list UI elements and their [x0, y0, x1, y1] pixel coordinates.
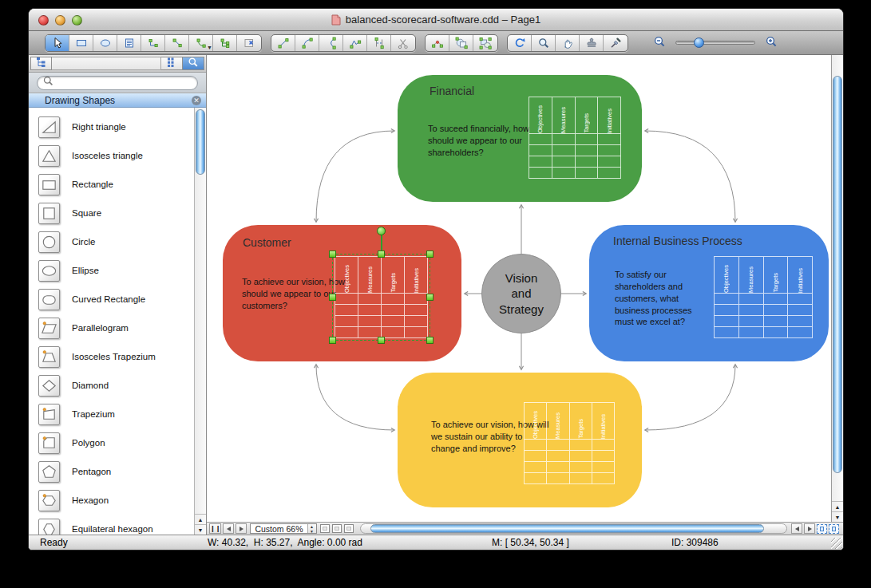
- zoom-level-field[interactable]: Custom 66% ▲▼: [250, 523, 316, 534]
- shape-item-isosceles-triangle[interactable]: Isosceles triangle: [38, 141, 206, 170]
- zoom-stepper[interactable]: ▲▼: [307, 524, 316, 533]
- pan-icon[interactable]: [556, 35, 580, 51]
- resize-handle[interactable]: [426, 294, 434, 301]
- fit-page-icon[interactable]: [817, 524, 827, 534]
- shape-item-equilateral-hexagon[interactable]: Equilateral hexagon: [38, 515, 206, 535]
- shape-item-polygon[interactable]: Polygon: [38, 428, 206, 457]
- scroll-down-icon[interactable]: ▼: [195, 524, 206, 535]
- circle-text-line: Vision: [499, 270, 544, 286]
- arc-icon[interactable]: [295, 35, 319, 51]
- shape-item-ellipse[interactable]: Ellipse: [38, 256, 206, 285]
- zoom-in-button[interactable]: [762, 34, 781, 52]
- page-layout-button-3[interactable]: [344, 524, 354, 533]
- eyedropper-icon[interactable]: [604, 35, 628, 51]
- scroll-up-icon[interactable]: ▲: [832, 501, 843, 511]
- shape-item-pentagon[interactable]: Pentagon: [38, 457, 206, 486]
- scroll-right-button[interactable]: [804, 523, 815, 534]
- rotate-icon[interactable]: [508, 35, 532, 51]
- sidebar-scrollbar-thumb[interactable]: [196, 109, 205, 175]
- sidebar-toolbar-spacer: [52, 57, 161, 70]
- shape-item-square[interactable]: Square: [38, 199, 206, 227]
- title-bar[interactable]: balanced-scorecard-software.cdd – Page1: [29, 9, 843, 31]
- resize-handle[interactable]: [426, 251, 434, 258]
- resize-grip[interactable]: [831, 538, 842, 549]
- drawing-canvas[interactable]: Financial To suceed financially, how sho…: [207, 55, 831, 522]
- grid-view-button[interactable]: [161, 57, 183, 70]
- reshape-icon[interactable]: [426, 35, 449, 51]
- group-icon[interactable]: [473, 35, 497, 51]
- rotation-handle[interactable]: [377, 227, 386, 235]
- connector-elbow-icon[interactable]: [141, 35, 165, 51]
- scroll-down-icon[interactable]: ▼: [832, 511, 843, 522]
- shapes-sidebar: Drawing Shapes ✕ Right triangleIsosceles…: [29, 55, 207, 535]
- curve-icon[interactable]: [319, 35, 343, 51]
- shape-item-parallelogram[interactable]: Parallelogram: [38, 314, 206, 342]
- shape-item-circle[interactable]: Circle: [38, 227, 206, 256]
- shape-item-diamond[interactable]: Diamond: [38, 371, 206, 400]
- fit-selection-icon[interactable]: [829, 524, 839, 534]
- next-page-button[interactable]: [236, 523, 247, 534]
- curved-rectangle-icon: [38, 289, 60, 310]
- search-view-button[interactable]: [183, 57, 204, 70]
- scorecard-table: ObjectivesMeasuresTargetsInitiatives: [524, 402, 615, 484]
- shape-item-right-triangle[interactable]: Right triangle: [38, 112, 206, 141]
- resize-handle[interactable]: [329, 251, 336, 258]
- zoom-slider-knob[interactable]: [694, 37, 704, 48]
- zoom-window-button[interactable]: [72, 15, 82, 26]
- dropdown-caret-icon[interactable]: ▼: [207, 45, 212, 50]
- search-input[interactable]: [58, 77, 192, 89]
- scroll-up-icon[interactable]: ▲: [195, 514, 206, 524]
- shape-item-trapezium[interactable]: Trapezium: [38, 400, 206, 428]
- prev-page-button[interactable]: [223, 523, 234, 534]
- minimize-button[interactable]: [55, 15, 65, 26]
- page-layout-button-1[interactable]: [320, 524, 330, 533]
- close-button[interactable]: [38, 15, 49, 26]
- vertical-scrollbar[interactable]: ▲ ▼: [831, 55, 843, 522]
- vertical-scrollbar-thumb[interactable]: [833, 76, 842, 473]
- connector-direct-icon[interactable]: [165, 35, 189, 51]
- pause-button[interactable]: ❙❙: [209, 523, 221, 534]
- zoom-slider[interactable]: [675, 41, 755, 45]
- split-icon[interactable]: [367, 35, 391, 51]
- table-cell: [576, 156, 599, 168]
- shape-item-rectangle[interactable]: Rectangle: [38, 170, 206, 199]
- resize-handle[interactable]: [426, 337, 434, 344]
- table-selection[interactable]: [332, 254, 430, 341]
- resize-handle[interactable]: [378, 251, 385, 258]
- resize-handle[interactable]: [378, 337, 385, 344]
- combine-icon[interactable]: [449, 35, 473, 51]
- shape-item-curved-rectangle[interactable]: Curved Rectangle: [38, 285, 206, 314]
- card-internal-business-process[interactable]: Internal Business Process To satisfy our…: [589, 225, 829, 361]
- stamp-icon[interactable]: [580, 35, 604, 51]
- ellipse-icon[interactable]: [93, 35, 117, 51]
- resize-handle[interactable]: [329, 294, 336, 301]
- line-icon[interactable]: [271, 35, 295, 51]
- tree-view-button[interactable]: [30, 57, 52, 70]
- table-cell: [529, 156, 552, 168]
- text-icon[interactable]: [117, 35, 141, 51]
- horizontal-scrollbar-thumb[interactable]: [370, 524, 764, 533]
- panel-close-icon[interactable]: ✕: [192, 96, 201, 105]
- select-icon[interactable]: [46, 35, 69, 51]
- vision-strategy-circle[interactable]: Vision and Strategy: [481, 254, 561, 333]
- zoom-icon[interactable]: [532, 35, 556, 51]
- connector-curve-icon[interactable]: ▼: [189, 35, 213, 51]
- zoom-out-button[interactable]: [650, 34, 669, 52]
- resize-handle[interactable]: [329, 337, 336, 344]
- sidebar-scrollbar[interactable]: ▲ ▼: [194, 108, 206, 535]
- horizontal-scrollbar[interactable]: [360, 523, 787, 534]
- rectangle-icon[interactable]: [69, 35, 93, 51]
- card-learning-growth[interactable]: To achieve our vision, how will we susta…: [398, 373, 642, 507]
- table-cell: [715, 305, 739, 316]
- scissors-icon[interactable]: [391, 35, 415, 51]
- card-customer[interactable]: Customer To achieve our vision, how shou…: [223, 225, 461, 361]
- polyline-icon[interactable]: [343, 35, 367, 51]
- card-financial[interactable]: Financial To suceed financially, how sho…: [398, 75, 642, 202]
- connector-tree-icon[interactable]: [213, 35, 237, 51]
- delete-connector-icon[interactable]: [237, 35, 261, 51]
- shape-item-hexagon[interactable]: Hexagon: [38, 486, 206, 515]
- shape-item-isosceles-trapezium[interactable]: Isosceles Trapezium: [38, 342, 206, 371]
- page-layout-button-2[interactable]: [332, 524, 342, 533]
- table-cell: [788, 316, 813, 327]
- scroll-left-button[interactable]: [791, 523, 802, 534]
